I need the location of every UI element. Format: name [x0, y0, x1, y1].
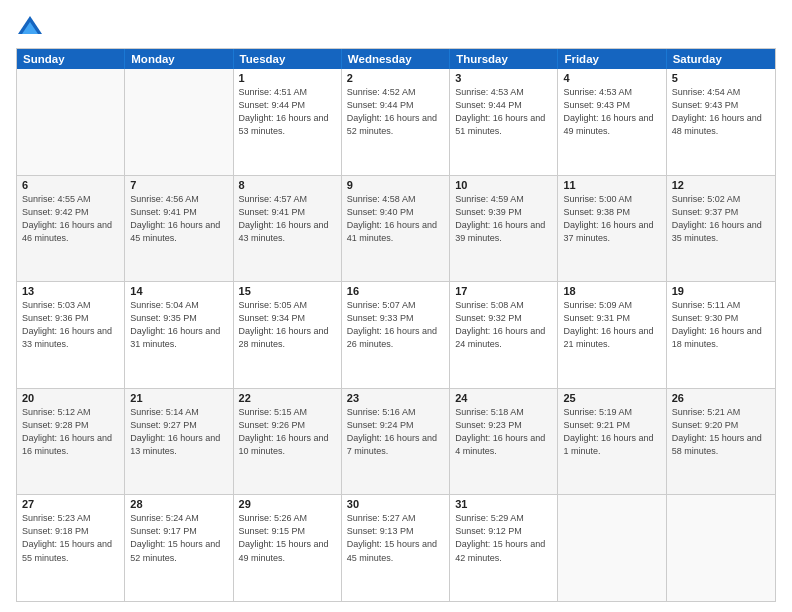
day-number: 31	[455, 498, 552, 510]
calendar-header-cell-friday: Friday	[558, 49, 666, 69]
day-info: Sunrise: 5:03 AMSunset: 9:36 PMDaylight:…	[22, 299, 119, 351]
day-info: Sunrise: 4:53 AMSunset: 9:43 PMDaylight:…	[563, 86, 660, 138]
day-number: 18	[563, 285, 660, 297]
day-number: 22	[239, 392, 336, 404]
day-info: Sunrise: 5:04 AMSunset: 9:35 PMDaylight:…	[130, 299, 227, 351]
day-info: Sunrise: 5:23 AMSunset: 9:18 PMDaylight:…	[22, 512, 119, 564]
calendar-day-30: 30Sunrise: 5:27 AMSunset: 9:13 PMDayligh…	[342, 495, 450, 601]
day-number: 2	[347, 72, 444, 84]
day-info: Sunrise: 5:00 AMSunset: 9:38 PMDaylight:…	[563, 193, 660, 245]
calendar: SundayMondayTuesdayWednesdayThursdayFrid…	[16, 48, 776, 602]
calendar-week-1: 6Sunrise: 4:55 AMSunset: 9:42 PMDaylight…	[17, 175, 775, 282]
day-number: 11	[563, 179, 660, 191]
calendar-day-28: 28Sunrise: 5:24 AMSunset: 9:17 PMDayligh…	[125, 495, 233, 601]
day-number: 24	[455, 392, 552, 404]
day-info: Sunrise: 5:05 AMSunset: 9:34 PMDaylight:…	[239, 299, 336, 351]
calendar-cell-empty	[125, 69, 233, 175]
day-info: Sunrise: 5:24 AMSunset: 9:17 PMDaylight:…	[130, 512, 227, 564]
day-number: 26	[672, 392, 770, 404]
day-info: Sunrise: 5:29 AMSunset: 9:12 PMDaylight:…	[455, 512, 552, 564]
day-info: Sunrise: 5:02 AMSunset: 9:37 PMDaylight:…	[672, 193, 770, 245]
day-info: Sunrise: 4:59 AMSunset: 9:39 PMDaylight:…	[455, 193, 552, 245]
day-info: Sunrise: 5:07 AMSunset: 9:33 PMDaylight:…	[347, 299, 444, 351]
page: SundayMondayTuesdayWednesdayThursdayFrid…	[0, 0, 792, 612]
day-info: Sunrise: 5:09 AMSunset: 9:31 PMDaylight:…	[563, 299, 660, 351]
calendar-day-16: 16Sunrise: 5:07 AMSunset: 9:33 PMDayligh…	[342, 282, 450, 388]
day-info: Sunrise: 5:21 AMSunset: 9:20 PMDaylight:…	[672, 406, 770, 458]
day-info: Sunrise: 5:26 AMSunset: 9:15 PMDaylight:…	[239, 512, 336, 564]
calendar-day-22: 22Sunrise: 5:15 AMSunset: 9:26 PMDayligh…	[234, 389, 342, 495]
day-info: Sunrise: 5:11 AMSunset: 9:30 PMDaylight:…	[672, 299, 770, 351]
day-number: 5	[672, 72, 770, 84]
calendar-cell-empty	[667, 495, 775, 601]
calendar-day-1: 1Sunrise: 4:51 AMSunset: 9:44 PMDaylight…	[234, 69, 342, 175]
calendar-day-6: 6Sunrise: 4:55 AMSunset: 9:42 PMDaylight…	[17, 176, 125, 282]
day-number: 14	[130, 285, 227, 297]
calendar-cell-empty	[17, 69, 125, 175]
calendar-day-7: 7Sunrise: 4:56 AMSunset: 9:41 PMDaylight…	[125, 176, 233, 282]
calendar-week-3: 20Sunrise: 5:12 AMSunset: 9:28 PMDayligh…	[17, 388, 775, 495]
day-info: Sunrise: 4:55 AMSunset: 9:42 PMDaylight:…	[22, 193, 119, 245]
logo-icon	[16, 12, 44, 40]
calendar-day-21: 21Sunrise: 5:14 AMSunset: 9:27 PMDayligh…	[125, 389, 233, 495]
day-number: 19	[672, 285, 770, 297]
day-info: Sunrise: 5:15 AMSunset: 9:26 PMDaylight:…	[239, 406, 336, 458]
day-number: 4	[563, 72, 660, 84]
calendar-day-5: 5Sunrise: 4:54 AMSunset: 9:43 PMDaylight…	[667, 69, 775, 175]
day-number: 27	[22, 498, 119, 510]
day-info: Sunrise: 5:19 AMSunset: 9:21 PMDaylight:…	[563, 406, 660, 458]
calendar-header-cell-saturday: Saturday	[667, 49, 775, 69]
day-number: 25	[563, 392, 660, 404]
calendar-week-0: 1Sunrise: 4:51 AMSunset: 9:44 PMDaylight…	[17, 69, 775, 175]
day-info: Sunrise: 5:27 AMSunset: 9:13 PMDaylight:…	[347, 512, 444, 564]
day-number: 28	[130, 498, 227, 510]
calendar-day-13: 13Sunrise: 5:03 AMSunset: 9:36 PMDayligh…	[17, 282, 125, 388]
calendar-day-29: 29Sunrise: 5:26 AMSunset: 9:15 PMDayligh…	[234, 495, 342, 601]
calendar-day-2: 2Sunrise: 4:52 AMSunset: 9:44 PMDaylight…	[342, 69, 450, 175]
day-number: 23	[347, 392, 444, 404]
calendar-day-10: 10Sunrise: 4:59 AMSunset: 9:39 PMDayligh…	[450, 176, 558, 282]
day-info: Sunrise: 4:57 AMSunset: 9:41 PMDaylight:…	[239, 193, 336, 245]
calendar-day-11: 11Sunrise: 5:00 AMSunset: 9:38 PMDayligh…	[558, 176, 666, 282]
calendar-header-cell-monday: Monday	[125, 49, 233, 69]
logo	[16, 12, 48, 40]
day-number: 8	[239, 179, 336, 191]
day-number: 13	[22, 285, 119, 297]
calendar-day-25: 25Sunrise: 5:19 AMSunset: 9:21 PMDayligh…	[558, 389, 666, 495]
day-number: 30	[347, 498, 444, 510]
day-info: Sunrise: 4:58 AMSunset: 9:40 PMDaylight:…	[347, 193, 444, 245]
day-number: 17	[455, 285, 552, 297]
calendar-day-20: 20Sunrise: 5:12 AMSunset: 9:28 PMDayligh…	[17, 389, 125, 495]
calendar-day-4: 4Sunrise: 4:53 AMSunset: 9:43 PMDaylight…	[558, 69, 666, 175]
calendar-day-17: 17Sunrise: 5:08 AMSunset: 9:32 PMDayligh…	[450, 282, 558, 388]
day-number: 10	[455, 179, 552, 191]
calendar-header-row: SundayMondayTuesdayWednesdayThursdayFrid…	[17, 49, 775, 69]
day-number: 6	[22, 179, 119, 191]
day-info: Sunrise: 4:52 AMSunset: 9:44 PMDaylight:…	[347, 86, 444, 138]
day-number: 16	[347, 285, 444, 297]
day-info: Sunrise: 5:16 AMSunset: 9:24 PMDaylight:…	[347, 406, 444, 458]
day-info: Sunrise: 5:18 AMSunset: 9:23 PMDaylight:…	[455, 406, 552, 458]
day-info: Sunrise: 5:12 AMSunset: 9:28 PMDaylight:…	[22, 406, 119, 458]
day-info: Sunrise: 4:53 AMSunset: 9:44 PMDaylight:…	[455, 86, 552, 138]
calendar-day-3: 3Sunrise: 4:53 AMSunset: 9:44 PMDaylight…	[450, 69, 558, 175]
calendar-day-23: 23Sunrise: 5:16 AMSunset: 9:24 PMDayligh…	[342, 389, 450, 495]
calendar-header-cell-thursday: Thursday	[450, 49, 558, 69]
calendar-body: 1Sunrise: 4:51 AMSunset: 9:44 PMDaylight…	[17, 69, 775, 601]
day-info: Sunrise: 5:08 AMSunset: 9:32 PMDaylight:…	[455, 299, 552, 351]
day-number: 21	[130, 392, 227, 404]
calendar-day-26: 26Sunrise: 5:21 AMSunset: 9:20 PMDayligh…	[667, 389, 775, 495]
calendar-day-8: 8Sunrise: 4:57 AMSunset: 9:41 PMDaylight…	[234, 176, 342, 282]
day-number: 9	[347, 179, 444, 191]
day-number: 15	[239, 285, 336, 297]
day-info: Sunrise: 5:14 AMSunset: 9:27 PMDaylight:…	[130, 406, 227, 458]
day-number: 29	[239, 498, 336, 510]
calendar-cell-empty	[558, 495, 666, 601]
calendar-header-cell-tuesday: Tuesday	[234, 49, 342, 69]
header	[16, 12, 776, 40]
day-number: 7	[130, 179, 227, 191]
calendar-day-19: 19Sunrise: 5:11 AMSunset: 9:30 PMDayligh…	[667, 282, 775, 388]
calendar-day-12: 12Sunrise: 5:02 AMSunset: 9:37 PMDayligh…	[667, 176, 775, 282]
calendar-week-2: 13Sunrise: 5:03 AMSunset: 9:36 PMDayligh…	[17, 281, 775, 388]
day-info: Sunrise: 4:56 AMSunset: 9:41 PMDaylight:…	[130, 193, 227, 245]
